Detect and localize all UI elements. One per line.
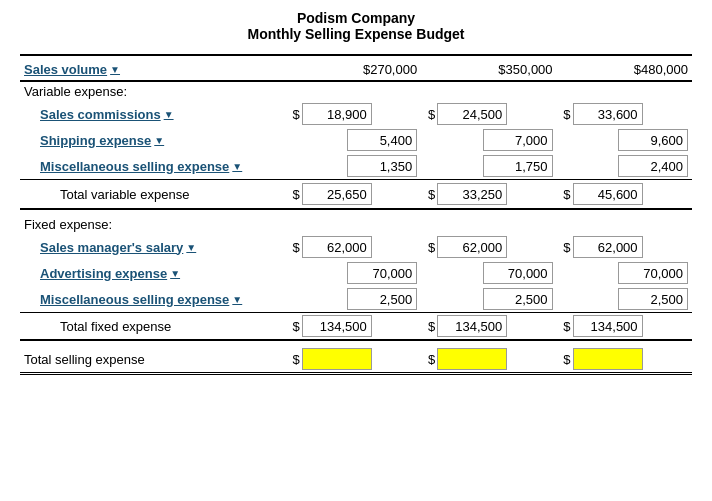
grand-total-input-col1[interactable] — [302, 348, 372, 370]
misc-selling-variable-label[interactable]: Miscellaneous selling expense ▼ — [40, 159, 242, 174]
total-fixed-col3: $ 134,500 — [557, 313, 692, 341]
advertising-expense-input-col3[interactable]: 70,000 — [618, 262, 688, 284]
misc-selling-fixed-col1: 2,500 — [286, 286, 421, 313]
advertising-expense-input-col1[interactable]: 70,000 — [347, 262, 417, 284]
sales-volume-col1: $270,000 — [286, 60, 421, 81]
advertising-expense-input-col2[interactable]: 70,000 — [483, 262, 553, 284]
grand-total-label: Total selling expense — [24, 352, 145, 367]
sales-manager-salary-col1: $ 62,000 — [286, 234, 421, 260]
sales-commissions-label[interactable]: Sales commissions ▼ — [40, 107, 174, 122]
advertising-expense-row: Advertising expense ▼ 70,000 70,000 70,0… — [20, 260, 692, 286]
sales-manager-salary-input-col1[interactable]: 62,000 — [302, 236, 372, 258]
sales-volume-col3: $480,000 — [557, 60, 692, 81]
shipping-expense-col1: 5,400 — [286, 127, 421, 153]
fixed-expense-section-label: Fixed expense: — [24, 217, 112, 232]
sales-commissions-input-col3[interactable]: 33,600 — [573, 103, 643, 125]
misc-selling-variable-col1: 1,350 — [286, 153, 421, 180]
shipping-expense-input-col1[interactable]: 5,400 — [347, 129, 417, 151]
sales-volume-dropdown-icon[interactable]: ▼ — [110, 64, 120, 75]
total-fixed-expense-row: Total fixed expense $ 134,500 $ 134,500 … — [20, 313, 692, 341]
sales-manager-salary-col3: $ 62,000 — [557, 234, 692, 260]
company-name: Podism Company — [20, 10, 692, 26]
misc-selling-fixed-row: Miscellaneous selling expense ▼ 2,500 2,… — [20, 286, 692, 313]
variable-expense-header-row: Variable expense: — [20, 81, 692, 101]
misc-selling-fixed-col3: 2,500 — [557, 286, 692, 313]
misc-selling-fixed-dropdown-icon[interactable]: ▼ — [232, 294, 242, 305]
misc-selling-variable-col2: 1,750 — [421, 153, 556, 180]
total-variable-label: Total variable expense — [60, 187, 189, 202]
total-variable-expense-row: Total variable expense $ 25,650 $ 33,250… — [20, 180, 692, 210]
sales-manager-salary-input-col3[interactable]: 62,000 — [573, 236, 643, 258]
total-variable-col2: $ 33,250 — [421, 180, 556, 210]
misc-selling-variable-dropdown-icon[interactable]: ▼ — [232, 161, 242, 172]
report-title: Monthly Selling Expense Budget — [20, 26, 692, 42]
shipping-expense-col2: 7,000 — [421, 127, 556, 153]
sales-manager-salary-input-col2[interactable]: 62,000 — [437, 236, 507, 258]
sales-commissions-input-col2[interactable]: 24,500 — [437, 103, 507, 125]
total-variable-input-col2: 33,250 — [437, 183, 507, 205]
total-variable-col3: $ 45,600 — [557, 180, 692, 210]
misc-selling-variable-col3: 2,400 — [557, 153, 692, 180]
advertising-expense-col2: 70,000 — [421, 260, 556, 286]
sales-commissions-row: Sales commissions ▼ $ 18,900 $ 24,500 $ — [20, 101, 692, 127]
total-fixed-input-col2: 134,500 — [437, 315, 507, 337]
grand-total-col1: $ — [286, 346, 421, 374]
sales-manager-salary-col2: $ 62,000 — [421, 234, 556, 260]
sales-manager-salary-row: Sales manager's salary ▼ $ 62,000 $ 62,0… — [20, 234, 692, 260]
fixed-expense-header-row: Fixed expense: — [20, 215, 692, 234]
advertising-expense-col3: 70,000 — [557, 260, 692, 286]
total-variable-input-col1: 25,650 — [302, 183, 372, 205]
grand-total-col3: $ — [557, 346, 692, 374]
advertising-expense-label[interactable]: Advertising expense ▼ — [40, 266, 180, 281]
sales-manager-salary-label[interactable]: Sales manager's salary ▼ — [40, 240, 196, 255]
grand-total-row: Total selling expense $ $ $ — [20, 346, 692, 374]
grand-total-input-col2[interactable] — [437, 348, 507, 370]
total-fixed-col2: $ 134,500 — [421, 313, 556, 341]
report-header: Podism Company Monthly Selling Expense B… — [20, 10, 692, 42]
shipping-expense-dropdown-icon[interactable]: ▼ — [154, 135, 164, 146]
misc-selling-fixed-label[interactable]: Miscellaneous selling expense ▼ — [40, 292, 242, 307]
shipping-expense-input-col3[interactable]: 9,600 — [618, 129, 688, 151]
grand-total-col2: $ — [421, 346, 556, 374]
misc-selling-variable-input-col3[interactable]: 2,400 — [618, 155, 688, 177]
shipping-expense-col3: 9,600 — [557, 127, 692, 153]
shipping-expense-label[interactable]: Shipping expense ▼ — [40, 133, 164, 148]
advertising-expense-dropdown-icon[interactable]: ▼ — [170, 268, 180, 279]
sales-commissions-col1: $ 18,900 — [286, 101, 421, 127]
sales-volume-col2: $350,000 — [421, 60, 556, 81]
sales-commissions-dropdown-icon[interactable]: ▼ — [164, 109, 174, 120]
misc-selling-fixed-col2: 2,500 — [421, 286, 556, 313]
total-fixed-input-col1: 134,500 — [302, 315, 372, 337]
sales-commissions-input-col1[interactable]: 18,900 — [302, 103, 372, 125]
total-variable-input-col3: 45,600 — [573, 183, 643, 205]
grand-total-input-col3[interactable] — [573, 348, 643, 370]
sales-commissions-col2: $ 24,500 — [421, 101, 556, 127]
budget-table: Sales volume ▼ $270,000 $350,000 $480,00… — [20, 54, 692, 375]
misc-selling-fixed-input-col2[interactable]: 2,500 — [483, 288, 553, 310]
sales-manager-salary-dropdown-icon[interactable]: ▼ — [186, 242, 196, 253]
shipping-expense-input-col2[interactable]: 7,000 — [483, 129, 553, 151]
misc-selling-fixed-input-col1[interactable]: 2,500 — [347, 288, 417, 310]
sales-volume-row: Sales volume ▼ $270,000 $350,000 $480,00… — [20, 60, 692, 81]
total-fixed-col1: $ 134,500 — [286, 313, 421, 341]
sales-volume-label[interactable]: Sales volume ▼ — [24, 62, 120, 77]
shipping-expense-row: Shipping expense ▼ 5,400 7,000 9,600 — [20, 127, 692, 153]
advertising-expense-col1: 70,000 — [286, 260, 421, 286]
total-fixed-label: Total fixed expense — [60, 319, 171, 334]
misc-selling-variable-row: Miscellaneous selling expense ▼ 1,350 1,… — [20, 153, 692, 180]
total-fixed-input-col3: 134,500 — [573, 315, 643, 337]
sales-commissions-col3: $ 33,600 — [557, 101, 692, 127]
misc-selling-variable-input-col1[interactable]: 1,350 — [347, 155, 417, 177]
total-variable-col1: $ 25,650 — [286, 180, 421, 210]
misc-selling-fixed-input-col3[interactable]: 2,500 — [618, 288, 688, 310]
misc-selling-variable-input-col2[interactable]: 1,750 — [483, 155, 553, 177]
variable-expense-section-label: Variable expense: — [24, 84, 127, 99]
